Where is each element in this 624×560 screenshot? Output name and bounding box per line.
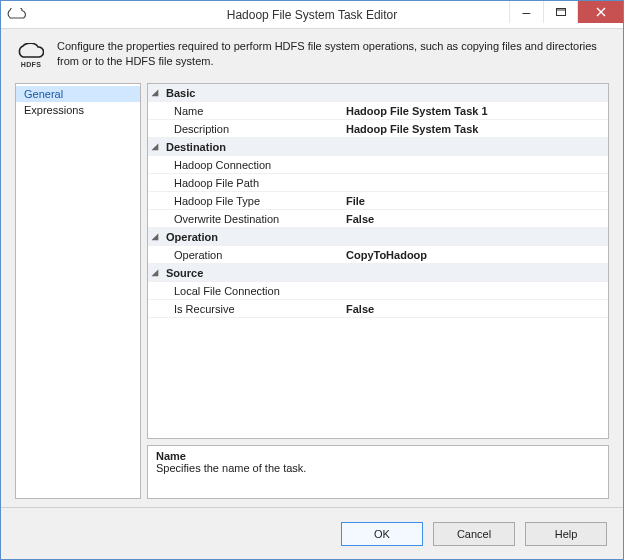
help-text: Specifies the name of the task. [156,462,600,474]
collapse-icon: ◢ [152,228,158,246]
property-value[interactable]: False [342,210,608,227]
nav-list: General Expressions [15,83,141,499]
collapse-icon: ◢ [152,264,158,282]
category-label: Operation [162,228,342,245]
property-label: Hadoop File Type [162,192,342,209]
close-icon [596,7,606,17]
app-icon [7,5,27,25]
property-label: Name [162,102,342,119]
category-source[interactable]: ◢ Source [148,264,608,282]
property-row[interactable]: Description Hadoop File System Task [148,120,608,138]
property-row[interactable]: Is Recursive False [148,300,608,318]
property-row[interactable]: Hadoop File Type File [148,192,608,210]
property-grid: ◢ Basic Name Hadoop File System Task 1 D… [147,83,609,439]
property-value[interactable]: Hadoop File System Task [342,120,608,137]
task-icon: HDFS [15,39,47,71]
task-icon-label: HDFS [21,61,41,68]
property-value[interactable]: File [342,192,608,209]
property-value[interactable]: CopyToHadoop [342,246,608,263]
help-title: Name [156,450,600,462]
property-label: Hadoop Connection [162,156,342,173]
property-value[interactable] [342,174,608,191]
property-value[interactable]: False [342,300,608,317]
maximize-icon [556,8,566,16]
titlebar: Hadoop File System Task Editor – [1,1,623,29]
property-row[interactable]: Overwrite Destination False [148,210,608,228]
category-label: Source [162,264,342,281]
property-label: Local File Connection [162,282,342,299]
cancel-button[interactable]: Cancel [433,522,515,546]
property-row[interactable]: Local File Connection [148,282,608,300]
property-label: Overwrite Destination [162,210,342,227]
category-destination[interactable]: ◢ Destination [148,138,608,156]
maximize-button[interactable] [543,1,577,23]
help-button[interactable]: Help [525,522,607,546]
property-label: Is Recursive [162,300,342,317]
property-value[interactable] [342,282,608,299]
property-row[interactable]: Hadoop File Path [148,174,608,192]
minimize-button[interactable]: – [509,1,543,23]
help-box: Name Specifies the name of the task. [147,445,609,499]
property-row[interactable]: Name Hadoop File System Task 1 [148,102,608,120]
hdfs-icon [7,8,27,21]
nav-item-general[interactable]: General [16,86,140,102]
close-button[interactable] [577,1,623,23]
header-description: Configure the properties required to per… [57,39,609,69]
category-operation[interactable]: ◢ Operation [148,228,608,246]
category-label: Basic [162,84,342,101]
category-label: Destination [162,138,342,155]
nav-item-expressions[interactable]: Expressions [16,102,140,118]
collapse-icon: ◢ [152,84,158,102]
category-basic[interactable]: ◢ Basic [148,84,608,102]
property-pane: ◢ Basic Name Hadoop File System Task 1 D… [147,83,609,499]
ok-button[interactable]: OK [341,522,423,546]
window-controls: – [509,1,623,23]
property-row[interactable]: Operation CopyToHadoop [148,246,608,264]
dialog-window: Hadoop File System Task Editor – HDFS Co… [0,0,624,560]
property-label: Operation [162,246,342,263]
property-value[interactable]: Hadoop File System Task 1 [342,102,608,119]
property-row[interactable]: Hadoop Connection [148,156,608,174]
dialog-body: General Expressions ◢ Basic Name Hadoop … [1,77,623,507]
hdfs-icon [18,43,44,61]
footer: OK Cancel Help [1,507,623,559]
property-label: Description [162,120,342,137]
collapse-icon: ◢ [152,138,158,156]
header: HDFS Configure the properties required t… [1,29,623,77]
property-label: Hadoop File Path [162,174,342,191]
property-value[interactable] [342,156,608,173]
